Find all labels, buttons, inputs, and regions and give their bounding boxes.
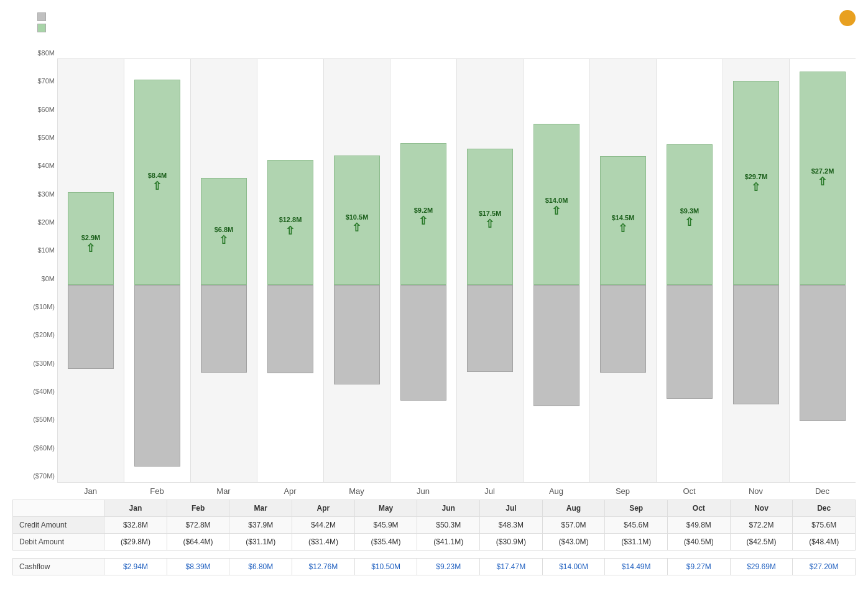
arrow-up-icon: ⇧ bbox=[800, 175, 846, 189]
bar-column: $8.4M⇧ bbox=[124, 59, 190, 482]
debit-cell: ($41.1M) bbox=[417, 534, 480, 551]
y-tick: ($50M) bbox=[33, 416, 57, 423]
cashflow-cell: $29.69M bbox=[730, 559, 793, 575]
bar-column: $14.0M⇧ bbox=[523, 59, 589, 482]
debit-cell: ($42.5M) bbox=[730, 534, 793, 551]
debit-bar bbox=[68, 285, 114, 369]
bars-area: $2.9M⇧$8.4M⇧$6.8M⇧$12.8M⇧$10.5M⇧$9.2M⇧$1… bbox=[57, 59, 856, 482]
debit-row-label: Debit Amount bbox=[13, 534, 104, 551]
bar-column: $17.5M⇧ bbox=[456, 59, 523, 482]
debit-bar bbox=[334, 285, 380, 384]
debit-bar bbox=[600, 285, 646, 373]
cashflow-cell: $2.94M bbox=[104, 559, 167, 575]
debit-cell: ($29.8M) bbox=[104, 534, 167, 551]
chart-section: $80M$70M$60M$50M$40M$30M$20M$10M$0M($10M… bbox=[12, 53, 856, 500]
credit-cell: $37.9M bbox=[229, 517, 292, 534]
cashflow-value-label: $12.8M bbox=[267, 216, 313, 224]
cashflow-value-label: $10.5M bbox=[334, 213, 380, 221]
y-tick: ($20M) bbox=[33, 331, 57, 338]
y-tick: $60M bbox=[37, 106, 57, 113]
bar-column: $12.8M⇧ bbox=[257, 59, 323, 482]
bar-column: $10.5M⇧ bbox=[323, 59, 390, 482]
cashflow-cell: $8.39M bbox=[167, 559, 229, 575]
table-month-header: Jun bbox=[417, 500, 480, 517]
arrow-up-icon: ⇧ bbox=[733, 181, 779, 195]
cashflow-cell: $9.27M bbox=[668, 559, 731, 575]
arrow-up-icon: ⇧ bbox=[467, 218, 513, 231]
bar-column: $9.3M⇧ bbox=[656, 59, 723, 482]
cashflow-bar-label: $2.9M⇧ bbox=[68, 234, 114, 256]
y-tick: $50M bbox=[37, 134, 57, 141]
legend bbox=[37, 12, 50, 32]
cashflow-cell: $12.76M bbox=[292, 559, 355, 575]
y-axis-label-wrapper bbox=[12, 53, 25, 500]
debit-bar bbox=[800, 285, 846, 421]
table-month-header: Feb bbox=[167, 500, 229, 517]
arrow-up-icon: ⇧ bbox=[134, 180, 180, 193]
debit-cell: ($30.9M) bbox=[480, 534, 543, 551]
table-month-header: Jan bbox=[104, 500, 167, 517]
cashflow-cell: $6.80M bbox=[229, 559, 292, 575]
help-button[interactable] bbox=[839, 10, 856, 26]
debit-cell: ($64.4M) bbox=[167, 534, 229, 551]
debit-legend-box bbox=[37, 12, 46, 21]
credit-cell: $45.9M bbox=[354, 517, 417, 534]
cashflow-bar-label: $6.8M⇧ bbox=[201, 226, 247, 248]
table-month-header: May bbox=[354, 500, 417, 517]
cashflow-value-label: $14.5M bbox=[600, 214, 646, 222]
table-month-header: Sep bbox=[605, 500, 668, 517]
debit-bar bbox=[400, 285, 446, 401]
arrow-up-icon: ⇧ bbox=[667, 216, 713, 230]
y-tick: ($60M) bbox=[33, 444, 57, 452]
debit-bar bbox=[201, 285, 247, 373]
bar-column: $9.2M⇧ bbox=[390, 59, 456, 482]
month-label: Aug bbox=[523, 483, 589, 500]
y-tick: ($10M) bbox=[33, 303, 57, 310]
cashflow-cell: $14.49M bbox=[605, 559, 668, 575]
debit-cell: ($31.1M) bbox=[605, 534, 668, 551]
credit-cell: $49.8M bbox=[668, 517, 731, 534]
table-month-header: Nov bbox=[730, 500, 793, 517]
date-range bbox=[12, 37, 856, 46]
cashflow-value-label: $17.5M bbox=[467, 210, 513, 218]
data-table: JanFebMarAprMayJunJulAugSepOctNovDecCred… bbox=[12, 500, 856, 575]
cashflow-bar-label: $27.2M⇧ bbox=[800, 167, 846, 189]
cashflow-value-label: $2.9M bbox=[68, 234, 114, 242]
table-month-header: Oct bbox=[668, 500, 731, 517]
credit-cell: $72.8M bbox=[167, 517, 229, 534]
month-label: Jun bbox=[390, 483, 456, 500]
table-month-header: Jul bbox=[480, 500, 543, 517]
cashflow-bar-label: $14.0M⇧ bbox=[533, 197, 579, 218]
credit-cell: $32.8M bbox=[104, 517, 167, 534]
month-label: Jul bbox=[456, 483, 523, 500]
month-label: Apr bbox=[257, 483, 323, 500]
bar-column: $6.8M⇧ bbox=[190, 59, 257, 482]
debit-bar bbox=[267, 285, 313, 373]
credit-cell: $57.0M bbox=[542, 517, 605, 534]
bar-column: $2.9M⇧ bbox=[57, 59, 124, 482]
cashflow-cell: $17.47M bbox=[480, 559, 543, 575]
y-tick: $80M bbox=[37, 49, 57, 57]
y-tick: $40M bbox=[37, 162, 57, 169]
month-label: Oct bbox=[656, 483, 723, 500]
cashflow-bar-label: $10.5M⇧ bbox=[334, 213, 380, 235]
month-label: Sep bbox=[589, 483, 656, 500]
month-label: Jan bbox=[57, 483, 124, 500]
cashflow-value-label: $14.0M bbox=[533, 197, 579, 205]
arrow-up-icon: ⇧ bbox=[400, 215, 446, 228]
table-month-header: Aug bbox=[542, 500, 605, 517]
y-tick: $30M bbox=[37, 190, 57, 198]
cashflow-bar-label: $14.5M⇧ bbox=[600, 214, 646, 236]
arrow-up-icon: ⇧ bbox=[68, 242, 114, 256]
debit-cell: ($35.4M) bbox=[354, 534, 417, 551]
legend-credit bbox=[37, 24, 50, 32]
legend-debit bbox=[37, 12, 50, 21]
arrow-up-icon: ⇧ bbox=[600, 222, 646, 236]
cashflow-bar-label: $8.4M⇧ bbox=[134, 172, 180, 193]
arrow-up-icon: ⇧ bbox=[201, 234, 247, 248]
cashflow-cell: $9.23M bbox=[417, 559, 480, 575]
credit-legend-box bbox=[37, 24, 46, 32]
header bbox=[12, 10, 856, 32]
debit-cell: ($48.4M) bbox=[793, 534, 856, 551]
cashflow-value-label: $27.2M bbox=[800, 167, 846, 175]
